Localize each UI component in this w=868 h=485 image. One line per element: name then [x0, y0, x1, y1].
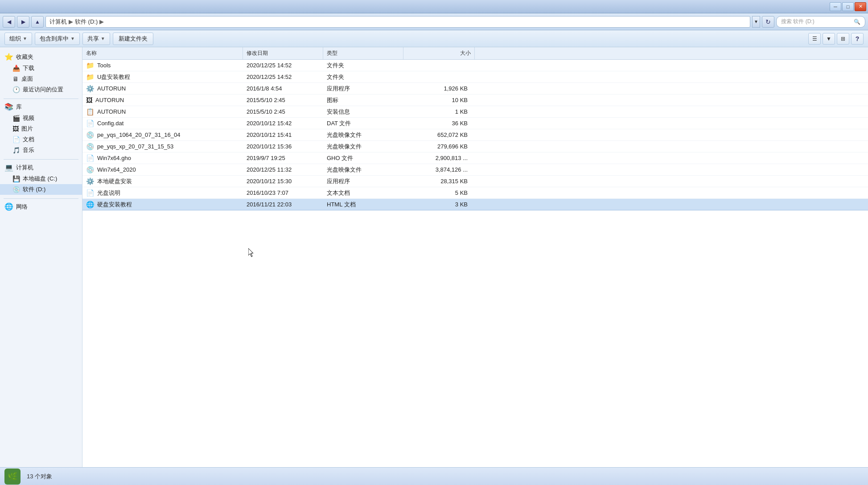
- refresh-button[interactable]: ↻: [762, 16, 774, 28]
- download-icon: 📥: [12, 65, 20, 72]
- file-size-cell: 28,315 KB: [403, 178, 475, 185]
- file-size-cell: 3 KB: [403, 201, 475, 208]
- sidebar-desktop-label: 桌面: [21, 75, 33, 83]
- path-sep1: ▶: [69, 18, 73, 25]
- sidebar-item-download[interactable]: 📥 下载: [0, 63, 82, 74]
- file-date-cell: 2020/10/12 15:30: [243, 178, 323, 185]
- table-row[interactable]: 🌐硬盘安装教程2016/11/21 22:03HTML 文档3 KB: [82, 199, 868, 210]
- forward-button[interactable]: ▶: [17, 16, 29, 28]
- file-size-cell: 652,072 KB: [403, 132, 475, 138]
- search-box[interactable]: 搜索 软件 (D:) 🔍: [776, 16, 865, 28]
- file-name: 硬盘安装教程: [97, 201, 132, 209]
- sidebar-item-video[interactable]: 🎬 视频: [0, 113, 82, 123]
- sidebar-pictures-label: 图片: [21, 125, 33, 133]
- file-name-cell: 💿Win7x64_2020: [82, 166, 243, 174]
- sidebar-header-network[interactable]: 🌐 网络: [0, 201, 82, 213]
- file-name: U盘安装教程: [97, 73, 130, 81]
- new-folder-label: 新建文件夹: [119, 35, 148, 43]
- share-button[interactable]: 共享 ▼: [82, 33, 110, 45]
- file-date-cell: 2016/10/23 7:07: [243, 189, 323, 196]
- col-header-type[interactable]: 类型: [323, 47, 403, 59]
- file-type-cell: HTML 文档: [323, 201, 403, 209]
- table-row[interactable]: 💿pe_yqs_1064_20_07_31_16_042020/10/12 15…: [82, 129, 868, 141]
- file-type-cell: 光盘映像文件: [323, 131, 403, 139]
- sidebar-item-documents[interactable]: 📄 文档: [0, 134, 82, 145]
- back-button[interactable]: ◀: [3, 16, 15, 28]
- sidebar-header-computer[interactable]: 💻 计算机: [0, 161, 82, 173]
- statusbar: 🌿 13 个对象: [0, 467, 868, 485]
- col-header-size[interactable]: 大小: [403, 47, 475, 59]
- view-arrow-button[interactable]: ▼: [823, 33, 835, 45]
- divider-3: [4, 198, 78, 199]
- path-computer: 计算机: [49, 18, 67, 26]
- maximize-button[interactable]: □: [842, 2, 854, 11]
- table-row[interactable]: 💿Win7x64_20202020/12/25 11:32光盘映像文件3,874…: [82, 164, 868, 176]
- table-row[interactable]: ⚙️AUTORUN2016/1/8 4:54应用程序1,926 KB: [82, 83, 868, 95]
- table-row[interactable]: 🖼AUTORUN2015/5/10 2:45图标10 KB: [82, 95, 868, 106]
- include-label: 包含到库中: [40, 35, 69, 43]
- table-row[interactable]: 💿pe_yqs_xp_20_07_31_15_532020/10/12 15:3…: [82, 141, 868, 152]
- table-row[interactable]: 📋AUTORUN2015/5/10 2:45安装信息1 KB: [82, 106, 868, 118]
- main-layout: ⭐ 收藏夹 📥 下载 🖥 桌面 🕐 最近访问的位置 📚 库: [0, 47, 868, 467]
- sidebar-item-desktop[interactable]: 🖥 桌面: [0, 74, 82, 84]
- sidebar-documents-label: 文档: [23, 136, 34, 144]
- col-header-name[interactable]: 名称: [82, 47, 243, 59]
- view-button[interactable]: ☰: [808, 33, 821, 45]
- sidebar-header-favorites[interactable]: ⭐ 收藏夹: [0, 51, 82, 63]
- file-size-cell: 10 KB: [403, 97, 475, 103]
- sidebar-item-music[interactable]: 🎵 音乐: [0, 145, 82, 156]
- file-size-cell: 1,926 KB: [403, 85, 475, 92]
- address-path[interactable]: 计算机 ▶ 软件 (D:) ▶: [45, 16, 750, 28]
- up-button[interactable]: ▲: [31, 16, 44, 28]
- table-row[interactable]: 📁U盘安装教程2020/12/25 14:52文件夹: [82, 71, 868, 83]
- file-name: pe_yqs_1064_20_07_31_16_04: [97, 132, 181, 138]
- close-button[interactable]: ✕: [855, 2, 866, 11]
- table-row[interactable]: 📄光盘说明2016/10/23 7:07文本文档5 KB: [82, 187, 868, 199]
- file-type-cell: 光盘映像文件: [323, 143, 403, 151]
- file-icon: 📄: [86, 119, 95, 127]
- desktop-icon: 🖥: [12, 75, 19, 82]
- file-date-cell: 2020/10/12 15:42: [243, 120, 323, 127]
- file-list-header: 名称 修改日期 类型 大小: [82, 47, 868, 60]
- documents-icon: 📄: [12, 136, 20, 143]
- include-button[interactable]: 包含到库中 ▼: [35, 33, 80, 45]
- table-row[interactable]: 📄Win7x64.gho2019/9/7 19:25GHO 文件2,900,81…: [82, 152, 868, 164]
- minimize-button[interactable]: ─: [830, 2, 841, 11]
- sidebar-item-drive-d[interactable]: 💿 软件 (D:): [0, 184, 82, 195]
- organize-button[interactable]: 组织 ▼: [4, 33, 32, 45]
- table-row[interactable]: 📄Config.dat2020/10/12 15:42DAT 文件36 KB: [82, 118, 868, 129]
- file-icon: 💿: [86, 166, 95, 174]
- help-button[interactable]: ?: [851, 33, 864, 45]
- sidebar-drive-c-label: 本地磁盘 (C:): [23, 175, 57, 183]
- divider-2: [4, 159, 78, 160]
- sidebar-item-pictures[interactable]: 🖼 图片: [0, 123, 82, 134]
- file-date-cell: 2019/9/7 19:25: [243, 155, 323, 161]
- layout-button[interactable]: ⊞: [837, 33, 849, 45]
- path-dropdown-button[interactable]: ▼: [752, 16, 760, 28]
- toolbar: 组织 ▼ 包含到库中 ▼ 共享 ▼ 新建文件夹 ☰ ▼ ⊞ ?: [0, 30, 868, 47]
- sidebar-header-library[interactable]: 📚 库: [0, 101, 82, 113]
- search-placeholder: 搜索 软件 (D:): [781, 18, 815, 25]
- table-row[interactable]: ⚙️本地硬盘安装2020/10/12 15:30应用程序28,315 KB: [82, 176, 868, 187]
- file-type-cell: 应用程序: [323, 85, 403, 93]
- col-header-date[interactable]: 修改日期: [243, 47, 323, 59]
- table-row[interactable]: 📁Tools2020/12/25 14:52文件夹: [82, 60, 868, 71]
- music-icon: 🎵: [12, 147, 20, 154]
- file-date-cell: 2020/10/12 15:41: [243, 132, 323, 138]
- divider-1: [4, 99, 78, 99]
- organize-label: 组织: [9, 35, 21, 43]
- file-name-cell: 📄Win7x64.gho: [82, 154, 243, 162]
- sidebar-section-computer: 💻 计算机 💾 本地磁盘 (C:) 💿 软件 (D:): [0, 161, 82, 195]
- sidebar-network-label: 网络: [16, 203, 28, 211]
- addressbar: ◀ ▶ ▲ 计算机 ▶ 软件 (D:) ▶ ▼ ↻ 搜索 软件 (D:) 🔍: [0, 13, 868, 30]
- sidebar-item-recent[interactable]: 🕐 最近访问的位置: [0, 84, 82, 95]
- file-name-cell: 📄光盘说明: [82, 189, 243, 197]
- file-name-cell: ⚙️本地硬盘安装: [82, 177, 243, 185]
- drive-d-icon: 💿: [12, 186, 20, 193]
- sidebar-video-label: 视频: [23, 114, 34, 122]
- search-icon: 🔍: [854, 19, 860, 25]
- file-name-cell: 💿pe_yqs_xp_20_07_31_15_53: [82, 143, 243, 151]
- sidebar-item-drive-c[interactable]: 💾 本地磁盘 (C:): [0, 173, 82, 184]
- new-folder-button[interactable]: 新建文件夹: [113, 33, 153, 45]
- computer-icon: 💻: [4, 163, 13, 172]
